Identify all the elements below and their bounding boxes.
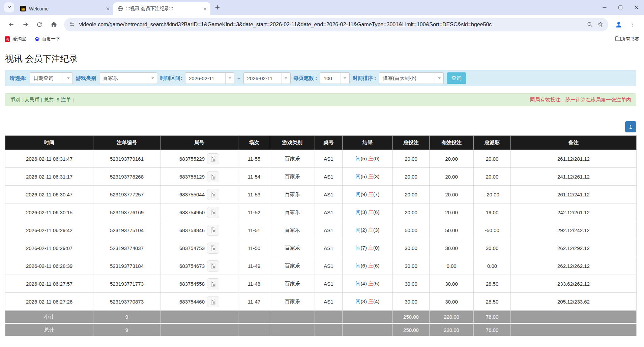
cell-bet-id: 523193774037	[93, 239, 160, 257]
player-result-score: (3)	[361, 298, 367, 304]
minimize-button[interactable]	[596, 0, 612, 15]
cell-total-bet[interactable]: 30.00	[393, 275, 430, 293]
select-arrow-icon[interactable]	[225, 73, 234, 84]
video-replay-button[interactable]	[207, 153, 219, 164]
taobao-icon: 淘	[5, 36, 10, 42]
tab-search-button[interactable]	[4, 2, 14, 12]
svg-text:淘: 淘	[6, 37, 9, 41]
round-id: 683754460	[179, 299, 205, 305]
cell-time: 2026-02-11 06:31:17	[5, 168, 93, 186]
per-page-select[interactable]: 100	[320, 72, 350, 84]
forward-button[interactable]	[19, 19, 31, 31]
new-tab-button[interactable]	[212, 2, 223, 12]
cell-total-bet[interactable]: 30.00	[393, 293, 430, 311]
cell-note: 262.12/292.12	[511, 239, 637, 257]
date-end-select[interactable]: 2026-02-11	[243, 72, 291, 84]
video-file-icon	[210, 227, 216, 233]
select-arrow-icon[interactable]	[282, 73, 290, 84]
bet-table-body: 2026-02-11 06:31:47 523193779161 6837552…	[5, 150, 637, 311]
address-bar[interactable]: videoie.com/game/betrecord_search/kind3?…	[64, 18, 608, 31]
page-title: 视讯 会员下注纪录	[5, 53, 644, 65]
col-game-kind: 游戏类别	[270, 136, 315, 150]
cell-game-kind: 百家乐	[270, 150, 315, 168]
select-arrow-icon[interactable]	[64, 73, 72, 84]
query-type-select[interactable]: 日期查询	[30, 72, 73, 84]
browser-menu-button[interactable]	[627, 19, 639, 31]
zoom-icon[interactable]	[587, 21, 593, 28]
cell-round: 683754558	[160, 275, 238, 293]
range-separator: ~	[237, 75, 240, 81]
cell-session: 11-53	[238, 186, 270, 203]
cell-bet-id: 523193773184	[93, 257, 160, 275]
cell-total-bet[interactable]: 20.00	[393, 186, 430, 203]
back-button[interactable]	[5, 19, 17, 31]
player-result-label: 闲	[356, 174, 361, 179]
banker-result-score: (7)	[373, 191, 379, 197]
video-replay-button[interactable]	[207, 225, 219, 236]
cell-total-bet[interactable]: 50.00	[393, 221, 430, 239]
all-bookmarks[interactable]: 所有书签	[610, 36, 639, 42]
select-arrow-icon[interactable]	[148, 73, 157, 84]
round-id: 683754558	[179, 281, 205, 287]
video-replay-button[interactable]	[207, 296, 219, 307]
url-text[interactable]: videoie.com/game/betrecord_search/kind3?…	[79, 22, 583, 28]
player-result-score: (7)	[361, 245, 367, 251]
site-settings-icon[interactable]	[69, 21, 75, 28]
round-id: 683754673	[179, 263, 205, 269]
cell-game-kind: 百家乐	[270, 186, 315, 203]
bookmark-label: 百度一下	[42, 36, 60, 42]
cell-note: 242.12/261.12	[511, 203, 637, 221]
tab-bet-record[interactable]: :::视讯 会员下注纪录:::	[113, 2, 210, 15]
total-label: 总计	[5, 323, 93, 336]
browser-tab-strip: Welcome :::视讯 会员下注纪录:::	[0, 0, 644, 15]
video-file-icon	[210, 209, 216, 216]
divider	[610, 36, 610, 42]
banker-result-label: 庄	[368, 298, 373, 304]
cell-total-bet[interactable]: 20.00	[393, 168, 430, 186]
game-kind-value: 百家乐	[99, 75, 148, 82]
video-replay-button[interactable]	[207, 260, 219, 272]
banker-result-score: (6)	[373, 263, 379, 269]
subtotal-payout: 76.00	[474, 311, 511, 323]
bookmark-star-icon[interactable]	[597, 21, 604, 28]
game-kind-select[interactable]: 百家乐	[99, 72, 157, 84]
search-button[interactable]: 查询	[447, 72, 466, 84]
cell-total-bet[interactable]: 30.00	[393, 239, 430, 257]
cell-total-bet[interactable]: 30.00	[393, 257, 430, 275]
currency-summary-text: 币别 : 人民币 | 总共 :9 注单 |	[10, 97, 74, 103]
video-replay-button[interactable]	[207, 207, 219, 218]
banker-result-label: 庄	[368, 209, 373, 215]
plus-icon	[215, 3, 220, 11]
video-replay-button[interactable]	[207, 171, 219, 182]
video-replay-button[interactable]	[207, 243, 219, 254]
close-window-button[interactable]	[628, 0, 644, 15]
video-replay-button[interactable]	[207, 278, 219, 289]
cell-bet-id: 523193775104	[93, 221, 160, 239]
page-content: 视讯 会员下注纪录 请选择: 日期查询 游戏类别 百家乐 时间区间: 2026-…	[0, 53, 644, 336]
tab-close-icon[interactable]	[202, 6, 208, 11]
bookmark-baidu[interactable]: 百度一下	[34, 36, 60, 42]
tab-welcome[interactable]: Welcome	[16, 2, 113, 15]
cell-time: 2026-02-11 06:30:47	[5, 186, 93, 203]
sort-select[interactable]: 降幂(由大到小)	[379, 72, 444, 84]
filter-bar: 请选择: 日期查询 游戏类别 百家乐 时间区间: 2026-02-11 ~ 20…	[5, 70, 636, 86]
cell-bet-id: 523193778268	[93, 168, 160, 186]
page-1-button[interactable]: 1	[625, 121, 636, 132]
toolbar-right	[612, 19, 640, 31]
banker-result-score: (6)	[373, 209, 379, 215]
profile-button[interactable]	[613, 19, 625, 31]
home-button[interactable]	[48, 19, 60, 31]
player-result-label: 闲	[356, 191, 361, 197]
cell-total-bet[interactable]: 20.00	[393, 203, 430, 221]
bookmark-taobao[interactable]: 淘 爱淘宝	[5, 36, 26, 42]
cell-total-bet[interactable]: 20.00	[393, 150, 430, 168]
select-arrow-icon[interactable]	[435, 73, 443, 84]
bookmarks-bar: 淘 爱淘宝 百度一下 所有书签	[0, 34, 644, 44]
date-start-select[interactable]: 2026-02-11	[185, 72, 234, 84]
tab-close-icon[interactable]	[105, 6, 111, 11]
select-arrow-icon[interactable]	[341, 73, 349, 84]
video-replay-button[interactable]	[207, 189, 219, 200]
cell-game-kind: 百家乐	[270, 221, 315, 239]
refresh-button[interactable]	[33, 19, 46, 31]
maximize-button[interactable]	[612, 0, 628, 15]
